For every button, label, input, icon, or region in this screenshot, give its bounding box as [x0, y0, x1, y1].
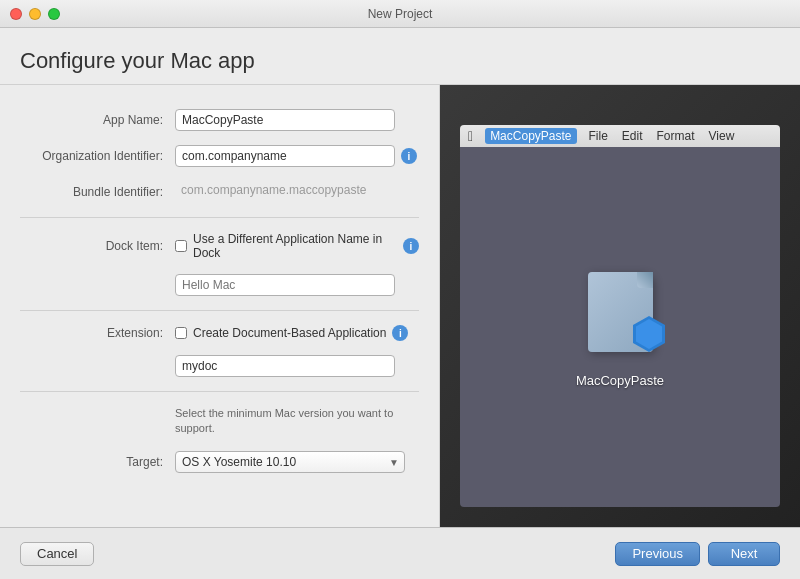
bottom-bar: Cancel Previous Next — [0, 527, 800, 579]
menu-file: File — [589, 129, 608, 143]
dock-item-wrapper: Use a Different Application Name in Dock… — [175, 232, 419, 260]
main-content: Configure your Mac app App Name: Organiz… — [0, 28, 800, 579]
next-button[interactable]: Next — [708, 542, 780, 566]
divider-2 — [20, 310, 419, 311]
bundle-id-value: com.companyname.maccopypaste — [175, 181, 395, 203]
minimize-button[interactable] — [29, 8, 41, 20]
app-icon-container — [580, 267, 660, 357]
content-area: App Name: Organization Identifier: i Bun… — [0, 85, 800, 527]
divider-3 — [20, 391, 419, 392]
window-controls — [10, 8, 60, 20]
dock-name-input[interactable] — [175, 274, 395, 296]
dock-info-icon[interactable]: i — [403, 238, 419, 254]
titlebar: New Project — [0, 0, 800, 28]
extension-input[interactable] — [175, 355, 395, 377]
page-title: Configure your Mac app — [0, 28, 800, 85]
app-menu-name: MacCopyPaste — [485, 128, 576, 144]
dock-input-row — [175, 274, 419, 296]
window-title: New Project — [368, 7, 433, 21]
menu-edit: Edit — [622, 129, 643, 143]
app-name-label: App Name: — [20, 113, 175, 127]
extension-label: Extension: — [20, 326, 175, 340]
preview-laptop:  MacCopyPaste File Edit Format View — [440, 85, 800, 527]
extension-checkbox-label: Create Document-Based Application — [193, 326, 386, 340]
app-name-row: App Name: — [20, 109, 419, 131]
form-panel: App Name: Organization Identifier: i Bun… — [0, 85, 440, 527]
target-description-text: Select the minimum Mac version you want … — [175, 406, 395, 437]
extension-input-row — [175, 355, 419, 377]
extension-row: Extension: Create Document-Based Applica… — [20, 325, 419, 341]
dock-checkbox[interactable] — [175, 240, 187, 252]
mac-menubar:  MacCopyPaste File Edit Format View — [460, 125, 780, 147]
mac-menu-items: File Edit Format View — [589, 129, 735, 143]
app-name-input[interactable] — [175, 109, 395, 131]
org-id-label: Organization Identifier: — [20, 149, 175, 163]
divider-1 — [20, 217, 419, 218]
dock-checkbox-label: Use a Different Application Name in Dock — [193, 232, 397, 260]
dock-checkbox-row: Use a Different Application Name in Dock… — [175, 232, 419, 260]
menu-format: Format — [657, 129, 695, 143]
bundle-id-row: Bundle Identifier: com.companyname.macco… — [20, 181, 419, 203]
extension-info-icon[interactable]: i — [392, 325, 408, 341]
org-id-info-icon[interactable]: i — [401, 148, 417, 164]
extension-checkbox[interactable] — [175, 327, 187, 339]
nav-buttons: Previous Next — [615, 542, 780, 566]
cancel-button[interactable]: Cancel — [20, 542, 94, 566]
dock-item-label: Dock Item: — [20, 239, 175, 253]
dock-item-row: Dock Item: Use a Different Application N… — [20, 232, 419, 260]
apple-icon:  — [468, 128, 473, 144]
target-row: Target: OS X Yosemite 10.10 OS X Maveric… — [20, 451, 419, 473]
extension-wrapper: Create Document-Based Application i — [175, 325, 408, 341]
org-id-input[interactable] — [175, 145, 395, 167]
menu-view: View — [709, 129, 735, 143]
target-select[interactable]: OS X Yosemite 10.10 OS X Mavericks 10.9 … — [175, 451, 405, 473]
hexagon-svg — [633, 316, 665, 352]
org-id-row: Organization Identifier: i — [20, 145, 419, 167]
target-description-row: Select the minimum Mac version you want … — [20, 406, 419, 437]
org-id-wrapper: i — [175, 145, 417, 167]
target-label: Target: — [20, 455, 175, 469]
maximize-button[interactable] — [48, 8, 60, 20]
extension-checkbox-row: Create Document-Based Application i — [175, 325, 408, 341]
preview-app-name: MacCopyPaste — [576, 373, 664, 388]
mac-window-content: MacCopyPaste — [460, 147, 780, 507]
previous-button[interactable]: Previous — [615, 542, 700, 566]
bundle-id-label: Bundle Identifier: — [20, 185, 175, 199]
preview-panel:  MacCopyPaste File Edit Format View — [440, 85, 800, 527]
close-button[interactable] — [10, 8, 22, 20]
app-icon-hex — [633, 316, 665, 352]
target-select-wrapper: OS X Yosemite 10.10 OS X Mavericks 10.9 … — [175, 451, 405, 473]
